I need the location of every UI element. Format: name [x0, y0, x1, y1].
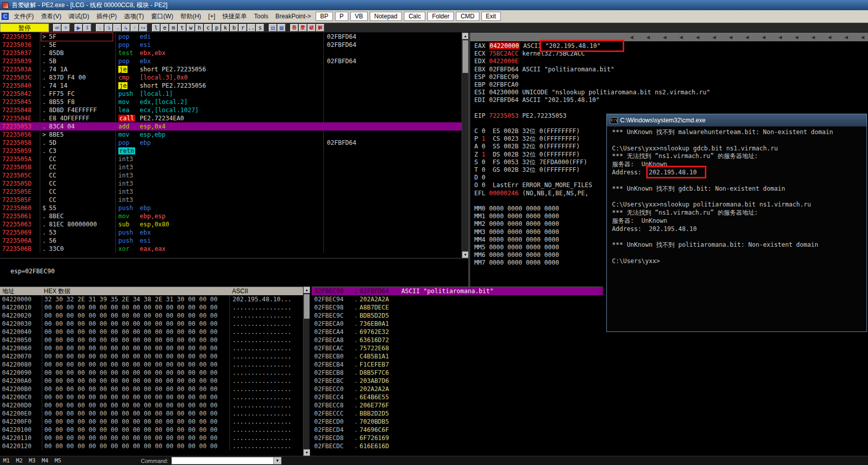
disasm-row[interactable]: 7223505BCCint3 — [0, 163, 462, 171]
register-line[interactable]: ESI 04230000 UNICODE "nslookup politiaro… — [474, 89, 868, 96]
stack-row[interactable]: 02FBECA8.63616D72 — [312, 336, 603, 344]
dump-row[interactable]: 042200B000 00 00 00 00 00 00 00 00 00 00… — [0, 385, 303, 393]
dump-row[interactable]: 0422006000 00 00 00 00 00 00 00 00 00 00… — [0, 344, 303, 352]
dump-row[interactable]: 0422011000 00 00 00 00 00 00 00 00 00 00… — [0, 434, 303, 442]
menu-item[interactable]: 快捷菜单 — [219, 11, 250, 22]
dump-row[interactable]: 0422009000 00 00 00 00 00 00 00 00 00 00… — [0, 369, 303, 377]
stack-row[interactable]: 02FBECC4.6E4B6E55 — [312, 393, 603, 401]
menu-item[interactable]: 窗口(W) — [147, 11, 176, 22]
dump-row[interactable]: 0422003000 00 00 00 00 00 00 00 00 00 00… — [0, 320, 303, 328]
dump-row[interactable]: 0422005000 00 00 00 00 00 00 00 00 00 00… — [0, 336, 303, 344]
appearance-icon[interactable]: ▦ — [277, 24, 286, 32]
disasm-row[interactable]: 72235035>5Fpopedi02FBFD64 — [0, 33, 462, 41]
menu-item[interactable]: 插件(P) — [93, 11, 120, 22]
dump-row[interactable]: 0422012000 00 00 00 00 00 00 00 00 00 00… — [0, 442, 303, 450]
cpu-window-button[interactable]: c — [204, 24, 212, 32]
stack-row[interactable]: 02FBECBC.203AB7D6 — [312, 377, 603, 385]
menu-button-p[interactable]: P — [335, 12, 348, 21]
call-stack-window-button[interactable]: k — [221, 24, 229, 32]
menu-button-notepad[interactable]: Notepad — [370, 12, 402, 21]
disasm-row[interactable]: 72235037.85DBtestebx,ebx — [0, 49, 462, 57]
scroll-thumb[interactable] — [304, 294, 310, 319]
menu-item[interactable]: [+] — [205, 12, 219, 21]
dump-row[interactable]: 0422002000 00 00 00 00 00 00 00 00 00 00… — [0, 312, 303, 320]
plugin-icon-3[interactable]: 破 — [308, 24, 316, 32]
dump-row[interactable]: 042200F000 00 00 00 00 00 00 00 00 00 00… — [0, 418, 303, 426]
command-combobox[interactable]: ▼ — [171, 457, 282, 464]
register-line[interactable]: ESP 02FBEC90 — [474, 73, 868, 81]
dump-row[interactable]: 0422008000 00 00 00 00 00 00 00 00 00 00… — [0, 360, 303, 369]
stack-row[interactable]: 02FBECD8.6F726169 — [312, 434, 603, 442]
stack-row[interactable]: 02FBECDC.616E616D — [312, 442, 603, 450]
dump-row[interactable]: 0422001000 00 00 00 00 00 00 00 00 00 00… — [0, 303, 303, 312]
stack-row[interactable]: 02FBECC8.206E776F — [312, 401, 603, 409]
options-icon[interactable]: ▤ — [269, 24, 277, 32]
disasm-row[interactable]: 72235056>8BE5movesp,ebp — [0, 131, 462, 139]
register-line[interactable] — [474, 105, 868, 112]
pause-icon[interactable]: ‖ — [83, 24, 91, 32]
disasm-row[interactable]: 7223506B.33C0xoreax,eax — [0, 245, 462, 253]
stack-row[interactable]: 02FBECB4.F1CEFEB7 — [312, 360, 603, 369]
disasm-row[interactable]: 7223504E.E8 4DFEFFFFcallPE2.72234EA0 — [0, 114, 462, 122]
menu-button-calc[interactable]: Calc — [404, 12, 425, 21]
disasm-row[interactable]: 7223506A.56pushesi — [0, 237, 462, 245]
info-pane[interactable]: esp=02FBEC90 — [0, 258, 468, 287]
stack-row[interactable]: 02FBEC98.A8B7DECE — [312, 303, 603, 312]
dump-row[interactable]: 0422010000 00 00 00 00 00 00 00 00 00 00… — [0, 426, 303, 434]
disasm-row[interactable]: 72235040.74 14jeshort PE2.72235056 — [0, 82, 462, 90]
stack-row[interactable]: 02FBECC0.202A2A2A — [312, 385, 603, 393]
disasm-row[interactable]: 7223505ACCint3 — [0, 155, 462, 163]
step-over-icon[interactable]: ↴ — [105, 24, 113, 32]
restart-icon[interactable]: ≪ — [53, 24, 61, 32]
child-window-icon[interactable]: C — [2, 13, 9, 20]
dump-row[interactable]: 0422000032 30 32 2E 31 39 35 2E 34 38 2E… — [0, 295, 303, 303]
disasm-row[interactable]: 72235045.8B55 F8movedx,[local.2] — [0, 98, 462, 106]
menu-item[interactable]: 帮助(H) — [177, 11, 205, 22]
menu-button-folder[interactable]: Folder — [427, 12, 454, 21]
register-line[interactable]: EBX 02FBFD64 ASCII "politiaromana.bit" — [474, 66, 868, 73]
disasm-row[interactable]: 72235069.53pushebx — [0, 228, 462, 237]
combo-dropdown-icon[interactable]: ▼ — [273, 457, 281, 464]
menu-button-exit[interactable]: Exit — [481, 12, 501, 21]
menu-button-cmd[interactable]: CMD — [456, 12, 479, 21]
disasm-row[interactable]: 72235060$55pushebp — [0, 204, 462, 212]
stack-row[interactable]: 02FBEC94.202A2A2A — [312, 295, 603, 303]
menu-item[interactable]: 选项(T) — [120, 11, 147, 22]
cmd-title-bar[interactable]: C:\ C:\Windows\system32\cmd.exe — [607, 114, 866, 126]
command-input[interactable] — [172, 457, 273, 464]
breakpoints-window-button[interactable]: b — [230, 24, 238, 32]
register-line[interactable]: EDI 02FBFD64 ASCII "202.195.48.10" — [474, 96, 868, 104]
dump-row[interactable]: 042200E000 00 00 00 00 00 00 00 00 00 00… — [0, 409, 303, 418]
disasm-row[interactable]: 72235063.81EC 80000000subesp,0x80 — [0, 220, 462, 228]
disasm-row[interactable]: 72235042.FF75 FCpush[local.1] — [0, 90, 462, 98]
animate-into-icon[interactable]: → — [113, 24, 121, 32]
stack-row[interactable]: 02FBECB8.D8B5F7C6 — [312, 369, 603, 377]
bottom-tab-m2[interactable]: M2 — [13, 457, 25, 464]
disasm-row[interactable]: 7223505CCCint3 — [0, 171, 462, 179]
disasm-row[interactable]: 72235048.8D8D F4EFFFFFleaecx,[local.1027… — [0, 106, 462, 114]
run-trace-window-button[interactable]: ... — [247, 24, 256, 32]
disasm-row[interactable]: 72235036.5Epopesi02FBFD64 — [0, 41, 462, 49]
log-window-button[interactable]: l — [152, 24, 160, 32]
menu-item[interactable]: 调试(D) — [65, 11, 93, 22]
animate-over-icon[interactable]: ↳ — [122, 24, 130, 32]
register-line[interactable]: ECX 75BC2ACC kernel32.75BC2ACC — [474, 50, 868, 58]
plugin-icon-4[interactable]: 解 — [316, 24, 324, 32]
stack-row[interactable]: 02FBECA0.736EB0A1 — [312, 320, 603, 328]
dump-row[interactable]: 042200D000 00 00 00 00 00 00 00 00 00 00… — [0, 401, 303, 409]
disasm-row[interactable]: 7223503A.74 1Ajeshort PE2.72235056 — [0, 65, 462, 73]
stack-row[interactable]: 02FBECCC.BBB2D2D5 — [312, 409, 603, 418]
plugin-icon-1[interactable]: 吾 — [290, 24, 298, 32]
register-line[interactable]: EDX 0422000E — [474, 58, 868, 65]
disasm-row[interactable]: 7223505ECCint3 — [0, 188, 462, 196]
disasm-row[interactable]: 7223505FCCint3 — [0, 196, 462, 204]
stack-pane[interactable]: 02FBEC90.02FBFD64ASCII "politiaromana.bi… — [312, 287, 603, 456]
register-line[interactable]: EBP 02FBFCA0 — [474, 81, 868, 89]
stack-row[interactable]: 02FBEC9C.BDB5D2D5 — [312, 312, 603, 320]
bottom-tab-m5[interactable]: M5 — [52, 457, 64, 464]
hex-dump-pane[interactable]: 0422000032 30 32 2E 31 39 35 2E 34 38 2E… — [0, 295, 303, 450]
memory-window-button[interactable]: m — [169, 24, 177, 32]
executables-window-button[interactable]: e — [161, 24, 169, 32]
disasm-row[interactable]: 72235053.83C4 04addesp,0x4 — [0, 122, 462, 131]
stack-row[interactable]: 02FBECD4.74696C6F — [312, 426, 603, 434]
